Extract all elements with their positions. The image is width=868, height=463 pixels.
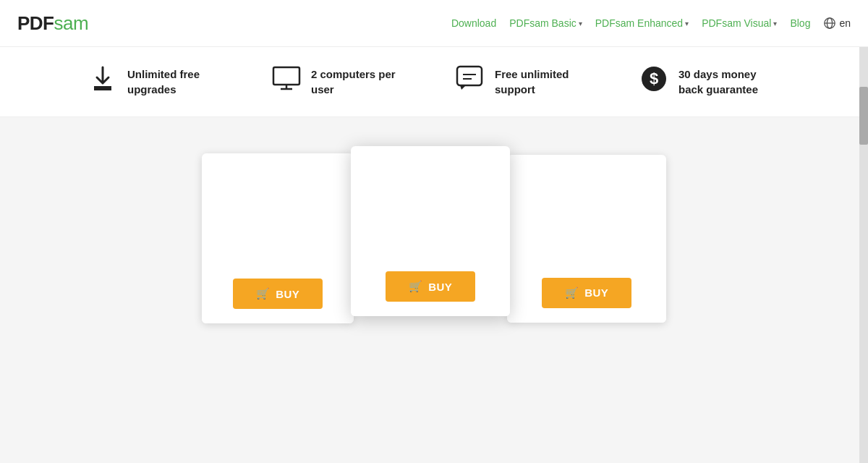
price-wrapper-ocr: $129 $79 xyxy=(522,195,652,226)
price-period-pro: per user / per year xyxy=(365,222,495,232)
card-header-standard: Standard $69 per user / per year VAT/Tax… xyxy=(202,153,354,264)
card-body-pro: 🛒 BUY xyxy=(351,257,510,316)
card-header-ocr: Pro + OCR Advanced $129 $79 per user / p… xyxy=(507,155,666,263)
logo-sam: sam xyxy=(54,12,89,34)
price-vat-pro: VAT/Tax inclusive xyxy=(365,234,495,242)
cart-icon: 🛒 xyxy=(256,287,271,300)
price-current-pro: $59 xyxy=(417,189,468,219)
card-header-pro: Pro $89 $59 per user / per year VAT/Tax … xyxy=(351,146,510,257)
price-period-ocr: per user / per year xyxy=(522,229,652,239)
chat-icon xyxy=(456,65,485,98)
card-name-ocr: Pro + OCR Advanced xyxy=(522,172,652,187)
scrollbar-thumb[interactable] xyxy=(859,87,868,145)
price-original-ocr: $129 xyxy=(545,203,573,218)
svg-rect-3 xyxy=(273,67,299,85)
buy-button-standard[interactable]: 🛒 BUY xyxy=(233,279,323,309)
feature-computers: 2 computers per user xyxy=(272,66,412,98)
feature-support: Free unlimited support xyxy=(456,65,596,98)
pricing-card-ocr: Pro + OCR Advanced $129 $79 per user / p… xyxy=(507,155,666,323)
chevron-down-icon: ▾ xyxy=(579,20,582,27)
pricing-card-pro: Pro $89 $59 per user / per year VAT/Tax … xyxy=(351,146,510,316)
nav-pdfsam-enhanced[interactable]: PDFsam Enhanced ▾ xyxy=(595,17,689,29)
main-nav: Download PDFsam Basic ▾ PDFsam Enhanced … xyxy=(451,17,851,30)
header: PDFsam Download PDFsam Basic ▾ PDFsam En… xyxy=(0,0,868,47)
feature-computers-text: 2 computers per user xyxy=(311,67,412,97)
feature-moneyback-text: 30 days money back guarantee xyxy=(678,67,780,97)
nav-pdfsam-basic[interactable]: PDFsam Basic ▾ xyxy=(509,17,582,29)
price-period-standard: per user / per year xyxy=(216,229,339,239)
language-selector[interactable]: en xyxy=(823,17,851,30)
nav-blog[interactable]: Blog xyxy=(790,17,810,29)
price-wrapper-standard: $69 xyxy=(216,196,339,226)
price-wrapper-pro: $89 $59 xyxy=(365,189,495,219)
chevron-down-icon: ▾ xyxy=(685,20,689,27)
pricing-section: Standard $69 per user / per year VAT/Tax… xyxy=(0,117,868,367)
price-original-pro: $89 xyxy=(393,197,413,211)
nav-pdfsam-visual[interactable]: PDFsam Visual ▾ xyxy=(702,17,777,29)
cart-icon: 🛒 xyxy=(409,280,423,293)
chevron-down-icon: ▾ xyxy=(773,20,777,27)
buy-button-pro[interactable]: 🛒 BUY xyxy=(386,271,476,302)
features-bar: Unlimited free upgrades 2 computers per … xyxy=(0,47,868,117)
scrollbar[interactable] xyxy=(859,0,868,463)
monitor-icon xyxy=(272,66,301,98)
card-name-pro: Pro xyxy=(365,163,495,180)
nav-download[interactable]: Download xyxy=(451,17,496,29)
price-current-standard: $69 xyxy=(252,196,303,226)
buy-button-ocr[interactable]: 🛒 BUY xyxy=(542,278,632,308)
card-body-standard: 🛒 BUY xyxy=(202,264,354,323)
price-vat-ocr: VAT/Tax inclusive xyxy=(522,240,652,249)
feature-upgrades: Unlimited free upgrades xyxy=(88,64,229,99)
price-current-ocr: $79 xyxy=(577,195,628,226)
pricing-card-standard: Standard $69 per user / per year VAT/Tax… xyxy=(202,153,354,323)
feature-upgrades-text: Unlimited free upgrades xyxy=(127,67,229,97)
card-name-standard: Standard xyxy=(216,171,339,187)
feature-money-back: $ 30 days money back guarantee xyxy=(639,64,780,99)
logo-pdf: PDF xyxy=(17,12,54,34)
globe-icon xyxy=(823,17,836,30)
price-vat-standard: VAT/Tax inclusive xyxy=(216,241,339,250)
card-body-ocr: 🛒 BUY xyxy=(507,263,666,323)
dollar-icon: $ xyxy=(639,64,668,99)
feature-support-text: Free unlimited support xyxy=(495,67,596,97)
svg-rect-6 xyxy=(457,67,482,85)
logo: PDFsam xyxy=(17,12,88,35)
svg-text:$: $ xyxy=(650,69,658,88)
pricing-cards-row: Standard $69 per user / per year VAT/Tax… xyxy=(202,146,666,323)
download-icon xyxy=(88,64,117,99)
cart-icon: 🛒 xyxy=(565,286,579,300)
